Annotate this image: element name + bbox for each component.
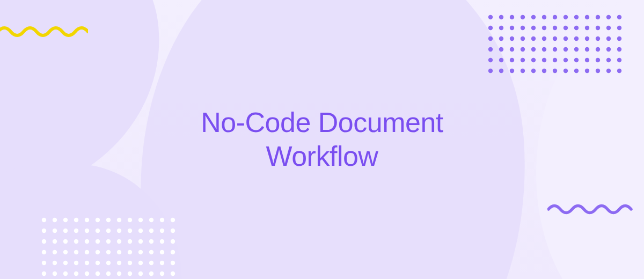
- svg-point-14: [499, 26, 503, 30]
- svg-point-85: [117, 218, 121, 222]
- svg-point-144: [53, 271, 57, 276]
- svg-point-45: [553, 47, 557, 52]
- svg-point-23: [596, 26, 600, 30]
- svg-point-136: [106, 261, 111, 265]
- svg-point-142: [171, 261, 175, 265]
- svg-point-94: [74, 229, 78, 233]
- svg-point-126: [138, 250, 143, 254]
- svg-point-15: [510, 26, 514, 30]
- svg-point-74: [585, 69, 589, 73]
- svg-point-2: [510, 15, 514, 19]
- svg-point-43: [531, 47, 536, 52]
- svg-point-133: [74, 261, 78, 265]
- svg-point-149: [106, 271, 111, 276]
- svg-point-33: [564, 36, 568, 41]
- svg-point-70: [542, 69, 546, 73]
- svg-point-127: [149, 250, 153, 254]
- svg-point-79: [53, 218, 57, 222]
- svg-point-1: [499, 15, 503, 19]
- svg-point-68: [521, 69, 525, 73]
- svg-point-81: [74, 218, 78, 222]
- svg-point-11: [606, 15, 611, 19]
- svg-point-20: [564, 26, 568, 30]
- svg-point-22: [585, 26, 589, 30]
- svg-point-66: [499, 69, 503, 73]
- svg-point-58: [553, 58, 557, 62]
- dot-grid-icon: [487, 14, 627, 76]
- squiggle-icon: [0, 24, 88, 42]
- svg-point-59: [564, 58, 568, 62]
- svg-point-55: [521, 58, 525, 62]
- svg-point-63: [606, 58, 611, 62]
- svg-point-107: [74, 239, 78, 244]
- svg-point-123: [106, 250, 111, 254]
- svg-point-96: [96, 229, 100, 233]
- svg-point-19: [553, 26, 557, 30]
- svg-point-8: [574, 15, 579, 19]
- svg-point-41: [510, 47, 514, 52]
- svg-point-84: [106, 218, 111, 222]
- svg-point-12: [617, 15, 621, 19]
- svg-point-105: [53, 239, 57, 244]
- svg-point-148: [96, 271, 100, 276]
- svg-point-72: [564, 69, 568, 73]
- svg-point-53: [499, 58, 503, 62]
- svg-point-51: [617, 47, 621, 52]
- svg-point-31: [542, 36, 546, 41]
- svg-point-129: [171, 250, 175, 254]
- svg-point-61: [585, 58, 589, 62]
- svg-point-97: [106, 229, 111, 233]
- svg-point-137: [117, 261, 121, 265]
- svg-point-138: [128, 261, 132, 265]
- svg-point-152: [138, 271, 143, 276]
- svg-point-83: [96, 218, 100, 222]
- svg-point-151: [128, 271, 132, 276]
- svg-point-141: [160, 261, 164, 265]
- svg-point-62: [596, 58, 600, 62]
- svg-point-115: [160, 239, 164, 244]
- svg-point-143: [42, 271, 46, 276]
- svg-point-89: [160, 218, 164, 222]
- svg-point-119: [63, 250, 68, 254]
- svg-point-24: [606, 26, 611, 30]
- svg-point-121: [85, 250, 89, 254]
- svg-point-21: [574, 26, 579, 30]
- svg-point-57: [542, 58, 546, 62]
- svg-point-134: [85, 261, 89, 265]
- svg-point-3: [521, 15, 525, 19]
- svg-point-153: [149, 271, 153, 276]
- svg-point-124: [117, 250, 121, 254]
- svg-point-6: [553, 15, 557, 19]
- svg-point-42: [521, 47, 525, 52]
- svg-point-103: [171, 229, 175, 233]
- svg-point-76: [606, 69, 611, 73]
- svg-point-78: [42, 218, 46, 222]
- svg-point-146: [74, 271, 78, 276]
- svg-point-122: [96, 250, 100, 254]
- svg-point-91: [42, 229, 46, 233]
- svg-point-25: [617, 26, 621, 30]
- svg-point-34: [574, 36, 579, 41]
- svg-point-104: [42, 239, 46, 244]
- svg-point-75: [596, 69, 600, 73]
- svg-point-147: [85, 271, 89, 276]
- svg-point-154: [160, 271, 164, 276]
- svg-point-64: [617, 58, 621, 62]
- svg-point-4: [531, 15, 536, 19]
- svg-point-86: [128, 218, 132, 222]
- svg-point-111: [117, 239, 121, 244]
- svg-point-108: [85, 239, 89, 244]
- svg-point-125: [128, 250, 132, 254]
- svg-point-77: [617, 69, 621, 73]
- svg-point-155: [171, 271, 175, 276]
- svg-point-150: [117, 271, 121, 276]
- svg-point-52: [488, 58, 493, 62]
- svg-point-93: [63, 229, 68, 233]
- svg-point-60: [574, 58, 579, 62]
- svg-point-114: [149, 239, 153, 244]
- svg-point-80: [63, 218, 68, 222]
- svg-point-67: [510, 69, 514, 73]
- svg-point-101: [149, 229, 153, 233]
- svg-point-9: [585, 15, 589, 19]
- svg-point-113: [138, 239, 143, 244]
